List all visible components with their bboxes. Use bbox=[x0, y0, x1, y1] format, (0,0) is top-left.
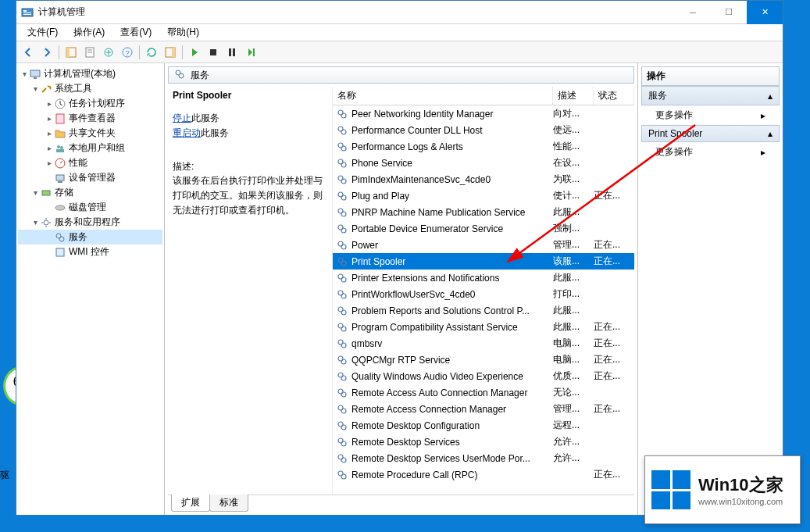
svg-point-77 bbox=[341, 409, 346, 413]
menu-help[interactable]: 帮助(H) bbox=[161, 24, 205, 41]
service-row[interactable]: Quality Windows Audio Video Experience优质… bbox=[333, 368, 634, 384]
service-row[interactable]: PrintWorkflowUserSvc_4cde0打印... bbox=[333, 286, 634, 302]
tree-pane[interactable]: ▾ 计算机管理(本地) ▾ 系统工具 ▸任务计划程序 ▸事件查看器 ▸共享文件夹… bbox=[16, 63, 165, 515]
service-row[interactable]: Remote Desktop Configuration远程... bbox=[333, 417, 634, 434]
service-row[interactable]: Phone Service在设... bbox=[333, 155, 634, 171]
actions-section-selected[interactable]: Print Spooler ▴ bbox=[641, 125, 780, 142]
service-gear-icon bbox=[336, 420, 348, 432]
service-desc-cell: 远程... bbox=[553, 419, 594, 432]
service-gear-icon bbox=[336, 354, 348, 366]
tree-services[interactable]: 服务 bbox=[18, 230, 162, 245]
stop-service-button[interactable] bbox=[205, 44, 222, 61]
menu-action[interactable]: 操作(A) bbox=[67, 24, 111, 41]
tree-systools[interactable]: ▾ 系统工具 bbox=[18, 81, 162, 96]
properties-button[interactable] bbox=[81, 44, 98, 61]
menu-view[interactable]: 查看(V) bbox=[114, 24, 158, 41]
stop-link[interactable]: 停止 bbox=[173, 112, 191, 123]
tree-servicesapps[interactable]: ▾服务和应用程序 bbox=[18, 215, 162, 230]
service-gear-icon bbox=[336, 321, 348, 334]
wmi-icon bbox=[54, 246, 66, 259]
svg-rect-17 bbox=[253, 48, 255, 56]
action-pane-button[interactable] bbox=[162, 44, 179, 61]
col-state[interactable]: 状态 bbox=[594, 87, 634, 105]
restart-link[interactable]: 重启动 bbox=[173, 127, 201, 138]
tree-diskmgmt[interactable]: 磁盘管理 bbox=[18, 200, 162, 215]
twisty-icon[interactable]: ▾ bbox=[30, 84, 40, 93]
refresh-button[interactable] bbox=[143, 44, 160, 61]
service-desc-cell: 此服... bbox=[553, 304, 594, 317]
svg-rect-24 bbox=[56, 149, 64, 152]
service-row[interactable]: Plug and Play使计...正在... bbox=[333, 187, 634, 204]
service-row[interactable]: Performance Counter DLL Host使远... bbox=[333, 122, 634, 138]
close-button[interactable]: ✕ bbox=[747, 1, 783, 24]
twisty-icon[interactable]: ▾ bbox=[20, 70, 29, 78]
actions-more-1[interactable]: 更多操作 ▸ bbox=[641, 105, 780, 125]
twisty-icon[interactable]: ▸ bbox=[45, 144, 54, 152]
service-row[interactable]: Portable Device Enumerator Service强制... bbox=[333, 220, 634, 237]
tree-performance[interactable]: ▸性能 bbox=[18, 155, 162, 170]
service-desc-cell: 使远... bbox=[553, 123, 594, 137]
center-pane: 服务 Print Spooler 停止此服务 重启动此服务 描述: 该服务在后台… bbox=[165, 63, 638, 515]
tree-storage[interactable]: ▾存储 bbox=[18, 185, 162, 200]
service-row[interactable]: Power管理...正在... bbox=[333, 237, 634, 253]
service-row[interactable]: Performance Logs & Alerts性能... bbox=[333, 138, 634, 155]
service-row[interactable]: PNRP Machine Name Publication Service此服.… bbox=[333, 204, 634, 220]
tree-scheduler[interactable]: ▸任务计划程序 bbox=[18, 96, 162, 111]
tree-localusers[interactable]: ▸本地用户和组 bbox=[18, 141, 162, 155]
twisty-icon[interactable]: ▸ bbox=[45, 129, 54, 137]
restart-service-button[interactable] bbox=[242, 44, 259, 61]
twisty-icon[interactable]: ▾ bbox=[30, 218, 40, 227]
tree-wmi[interactable]: WMI 控件 bbox=[18, 245, 162, 259]
tree-services-label: 服务 bbox=[69, 230, 87, 244]
actions-more-2[interactable]: 更多操作 ▸ bbox=[641, 142, 780, 162]
tree-wmi-label: WMI 控件 bbox=[69, 245, 109, 259]
tab-standard[interactable]: 标准 bbox=[209, 495, 248, 512]
service-row[interactable]: Remote Access Connection Manager管理...正在.… bbox=[333, 401, 634, 417]
service-row[interactable]: Remote Access Auto Connection Manager无论.… bbox=[333, 384, 634, 401]
twisty-icon[interactable]: ▾ bbox=[30, 188, 40, 197]
svg-point-79 bbox=[341, 425, 346, 430]
service-gear-icon bbox=[336, 190, 348, 202]
export-button[interactable] bbox=[100, 44, 117, 61]
tree-eventviewer[interactable]: ▸事件查看器 bbox=[18, 111, 162, 126]
back-button[interactable] bbox=[20, 44, 37, 61]
forward-button[interactable] bbox=[38, 44, 55, 61]
service-row[interactable]: Printer Extensions and Notifications此服..… bbox=[333, 270, 634, 286]
service-row[interactable]: Print Spooler该服...正在... bbox=[333, 253, 634, 270]
twisty-icon[interactable]: ▸ bbox=[45, 114, 54, 123]
tree-devicemgr[interactable]: 设备管理器 bbox=[18, 170, 162, 185]
service-desc-cell: 向对... bbox=[553, 107, 594, 120]
svg-rect-15 bbox=[229, 48, 231, 56]
twisty-icon[interactable]: ▸ bbox=[45, 99, 54, 108]
maximize-button[interactable]: ☐ bbox=[711, 1, 747, 24]
col-desc[interactable]: 描述 bbox=[553, 87, 594, 105]
minimize-button[interactable]: ─ bbox=[675, 1, 711, 24]
menu-file[interactable]: 文件(F) bbox=[21, 24, 64, 41]
service-row[interactable]: Remote Desktop Services允许... bbox=[333, 434, 634, 450]
col-name[interactable]: 名称 bbox=[333, 87, 553, 105]
help-button[interactable]: ? bbox=[119, 44, 136, 61]
pause-service-button[interactable] bbox=[223, 44, 241, 61]
service-row[interactable]: qmbsrv电脑...正在... bbox=[333, 335, 634, 352]
service-row[interactable]: QQPCMgr RTP Service电脑...正在... bbox=[333, 352, 634, 368]
service-row[interactable]: Program Compatibility Assistant Service此… bbox=[333, 319, 634, 335]
list-body[interactable]: Peer Networking Identity Manager向对...Per… bbox=[333, 105, 634, 495]
service-desc-cell: 允许... bbox=[553, 435, 594, 448]
actions-section-services[interactable]: 服务 ▴ bbox=[641, 86, 780, 105]
tree-shared[interactable]: ▸共享文件夹 bbox=[18, 126, 162, 141]
service-gear-icon bbox=[336, 157, 348, 170]
service-row[interactable]: PimIndexMaintenanceSvc_4cde0为联... bbox=[333, 171, 634, 187]
tree-root[interactable]: ▾ 计算机管理(本地) bbox=[18, 66, 162, 81]
service-row[interactable]: Remote Desktop Services UserMode Por...允… bbox=[333, 450, 634, 466]
show-hide-tree-button[interactable] bbox=[62, 44, 80, 61]
service-name-cell: Problem Reports and Solutions Control P.… bbox=[333, 305, 553, 317]
twisty-icon[interactable]: ▸ bbox=[45, 159, 54, 167]
service-row[interactable]: Problem Reports and Solutions Control P.… bbox=[333, 302, 634, 319]
service-state-cell: 正在... bbox=[594, 468, 634, 481]
service-row[interactable]: Peer Networking Identity Manager向对... bbox=[333, 105, 634, 122]
svg-rect-18 bbox=[30, 70, 40, 77]
service-state-cell: 正在... bbox=[594, 370, 634, 383]
tab-extended[interactable]: 扩展 bbox=[171, 495, 210, 512]
start-service-button[interactable] bbox=[186, 44, 203, 61]
service-row[interactable]: Remote Procedure Call (RPC)正在... bbox=[333, 466, 634, 483]
